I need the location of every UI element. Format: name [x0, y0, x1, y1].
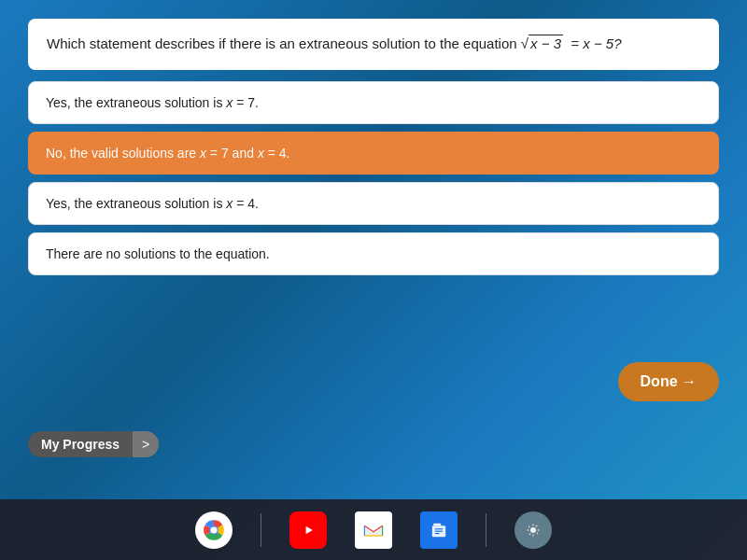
my-progress-label: My Progress: [28, 431, 133, 457]
chrome-icon[interactable]: [195, 511, 233, 549]
taskbar: [0, 499, 747, 560]
youtube-icon[interactable]: [289, 511, 327, 549]
answer-option-a[interactable]: Yes, the extraneous solution is x = 7.: [28, 81, 719, 124]
option-a-text: Yes, the extraneous solution is x = 7.: [46, 95, 259, 110]
svg-point-2: [210, 526, 217, 533]
option-d-text: There are no solutions to the equation.: [46, 246, 270, 261]
question-text: Which statement describes if there is an…: [47, 35, 622, 51]
done-button[interactable]: Done →: [618, 362, 719, 401]
option-c-text: Yes, the extraneous solution is x = 4.: [46, 196, 259, 211]
answer-option-d[interactable]: There are no solutions to the equation.: [28, 232, 719, 275]
taskbar-separator-2: [486, 513, 486, 547]
done-label: Done →: [641, 373, 697, 390]
answer-option-b[interactable]: No, the valid solutions are x = 7 and x …: [28, 132, 719, 175]
gmail-icon[interactable]: [355, 511, 392, 549]
taskbar-separator-1: [261, 513, 261, 547]
svg-point-13: [530, 527, 536, 533]
equation: √x − 3 = x − 5?: [521, 35, 622, 51]
svg-rect-7: [433, 523, 441, 525]
files-icon[interactable]: [420, 511, 458, 549]
question-card: Which statement describes if there is an…: [28, 19, 719, 70]
main-content: Which statement describes if there is an…: [0, 0, 747, 292]
my-progress-bar: My Progress >: [28, 431, 159, 457]
settings-icon[interactable]: [514, 511, 552, 549]
option-b-text: No, the valid solutions are x = 7 and x …: [46, 146, 290, 161]
my-progress-chevron[interactable]: >: [133, 431, 159, 457]
answer-option-c[interactable]: Yes, the extraneous solution is x = 4.: [28, 182, 719, 225]
